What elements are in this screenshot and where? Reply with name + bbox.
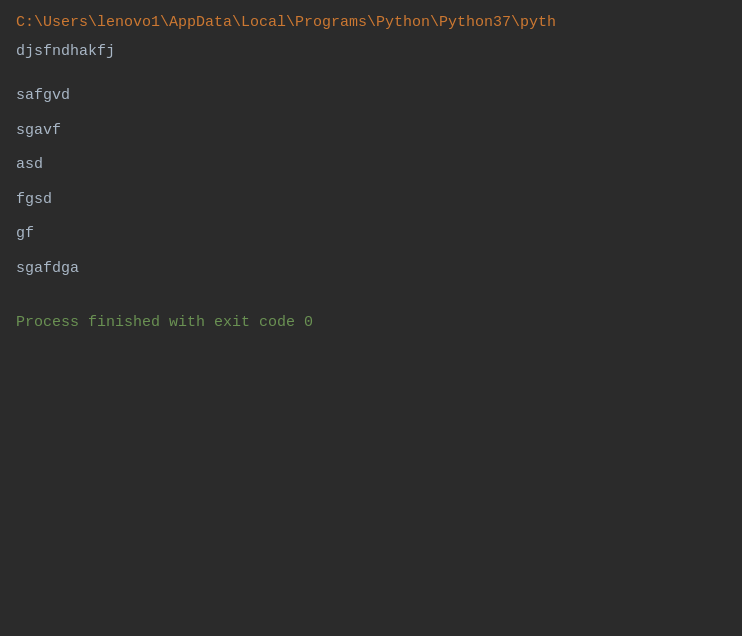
output-line-1: safgvd xyxy=(16,79,726,114)
second-line: djsfndhakfj xyxy=(16,35,726,70)
path-line: C:\Users\lenovo1\AppData\Local\Programs\… xyxy=(16,12,726,35)
output-line-2: sgavf xyxy=(16,114,726,149)
output-line-5: gf xyxy=(16,217,726,252)
output-line-6: sgafdga xyxy=(16,252,726,287)
output-line-4: fgsd xyxy=(16,183,726,218)
blank-1 xyxy=(16,69,726,79)
output-line-3: asd xyxy=(16,148,726,183)
process-line: Process finished with exit code 0 xyxy=(16,306,726,341)
terminal-window: C:\Users\lenovo1\AppData\Local\Programs\… xyxy=(0,0,742,636)
